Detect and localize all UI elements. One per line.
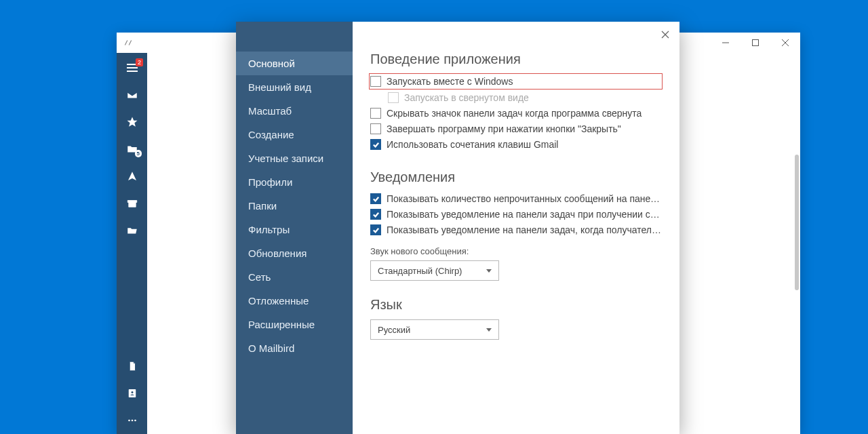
- checkbox-checked-icon[interactable]: [370, 139, 381, 150]
- checkbox-checked-icon[interactable]: [370, 193, 381, 204]
- open-folder-icon[interactable]: [117, 217, 147, 244]
- svg-point-6: [128, 420, 130, 422]
- nav-item-appearance[interactable]: Внешний вид: [236, 75, 353, 99]
- nav-item-compose[interactable]: Создание: [236, 123, 353, 146]
- checkbox-icon[interactable]: [370, 123, 381, 134]
- svg-point-5: [131, 391, 133, 393]
- opt-hide-tray[interactable]: Скрывать значок панели задач когда прогр…: [370, 106, 662, 120]
- close-window-button[interactable]: [770, 33, 800, 53]
- starred-icon[interactable]: [117, 108, 147, 136]
- settings-content: Поведение приложения Запускать вместе с …: [353, 22, 679, 434]
- nav-item-scale[interactable]: Масштаб: [236, 99, 353, 123]
- nav-item-profiles[interactable]: Профили: [236, 170, 353, 194]
- nav-item-accounts[interactable]: Учетные записи: [236, 146, 353, 170]
- scrollbar-thumb[interactable]: [795, 155, 799, 290]
- sent-icon[interactable]: [117, 163, 147, 190]
- chevron-down-icon: [486, 328, 492, 332]
- menu-button[interactable]: 2: [117, 54, 147, 81]
- svg-point-8: [134, 420, 136, 422]
- inbox-icon[interactable]: [117, 81, 147, 108]
- nav-item-about[interactable]: О Mailbird: [236, 336, 353, 360]
- section-language-title: Язык: [370, 297, 662, 313]
- folder-count-badge: 5: [135, 150, 142, 157]
- maximize-button[interactable]: [741, 33, 770, 53]
- nav-item-advanced[interactable]: Расширенные: [236, 313, 353, 336]
- menu-badge: 2: [136, 58, 143, 66]
- field-sound-label: Звук нового сообщения:: [370, 246, 662, 256]
- nav-item-folders[interactable]: Папки: [236, 194, 353, 218]
- nav-item-updates[interactable]: Обновления: [236, 241, 353, 265]
- checkbox-icon[interactable]: [370, 108, 381, 119]
- app-sidebar: 2 5: [117, 53, 147, 434]
- nav-item-general[interactable]: Основной: [236, 52, 353, 75]
- checkbox-checked-icon[interactable]: [370, 209, 381, 220]
- svg-point-7: [131, 420, 133, 422]
- app-logo-icon: [123, 38, 133, 47]
- svg-rect-1: [753, 40, 759, 46]
- nav-item-network[interactable]: Сеть: [236, 265, 353, 289]
- settings-nav: Основной Внешний вид Масштаб Создание Уч…: [236, 22, 353, 434]
- select-sound[interactable]: Стандартный (Chirp): [370, 260, 499, 281]
- settings-dialog: Основной Внешний вид Масштаб Создание Уч…: [236, 22, 679, 434]
- opt-launch-with-windows[interactable]: Запускать вместе с Windows: [370, 74, 662, 89]
- opt-launch-minimized: Запускать в свернутом виде: [388, 91, 662, 104]
- section-behavior-title: Поведение приложения: [370, 52, 662, 67]
- select-sound-value: Стандартный (Chirp): [378, 266, 462, 276]
- contacts-icon[interactable]: [117, 380, 147, 407]
- minimize-button[interactable]: [711, 33, 741, 53]
- section-notifications-title: Уведомления: [370, 170, 662, 185]
- archive-icon[interactable]: [117, 190, 147, 217]
- document-icon[interactable]: [117, 353, 147, 380]
- opt-gmail-shortcuts[interactable]: Использовать сочетания клавиш Gmail: [370, 138, 662, 151]
- checkbox-icon[interactable]: [370, 76, 381, 87]
- select-language[interactable]: Русский: [370, 319, 499, 340]
- opt-close-exits[interactable]: Завершать программу при нажатии кнопки "…: [370, 122, 662, 136]
- nav-item-filters[interactable]: Фильтры: [236, 218, 353, 241]
- opt-show-toast-open[interactable]: Показывать уведомление на панели задач, …: [370, 223, 662, 237]
- select-language-value: Русский: [378, 325, 410, 335]
- chevron-down-icon: [486, 269, 492, 273]
- folder-badge-icon[interactable]: 5: [117, 136, 147, 163]
- checkbox-icon: [388, 92, 399, 103]
- more-icon[interactable]: [117, 407, 147, 434]
- opt-show-unread-count[interactable]: Показывать количество непрочитанных сооб…: [370, 192, 662, 205]
- checkbox-checked-icon[interactable]: [370, 224, 381, 235]
- dialog-close-button[interactable]: [658, 27, 673, 42]
- nav-item-snoozed[interactable]: Отложенные: [236, 289, 353, 313]
- opt-show-toast-receive[interactable]: Показывать уведомление на панели задач п…: [370, 208, 662, 221]
